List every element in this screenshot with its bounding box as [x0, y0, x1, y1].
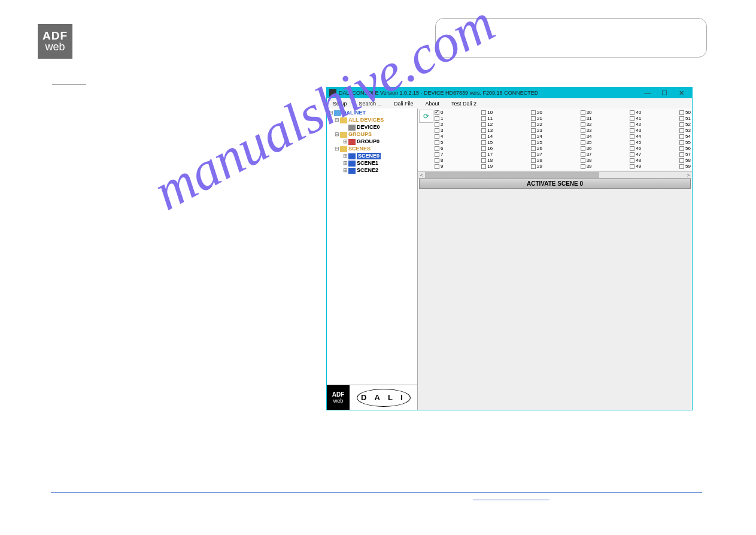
checkbox-5[interactable]	[435, 140, 439, 145]
minimize-button[interactable]: —	[639, 89, 656, 97]
checkbox-43[interactable]	[630, 128, 634, 133]
checkbox-13[interactable]	[481, 128, 486, 133]
checkbox-42[interactable]	[630, 122, 634, 127]
checkbox-item-5[interactable]: 5	[435, 140, 443, 146]
checkbox-12[interactable]	[481, 122, 486, 127]
checkbox-item-55[interactable]: 55	[679, 140, 691, 146]
checkbox-item-30[interactable]: 30	[581, 110, 592, 116]
checkbox-item-28[interactable]: 28	[531, 158, 542, 164]
checkbox-50[interactable]	[679, 110, 684, 115]
checkbox-item-31[interactable]: 31	[581, 116, 592, 122]
checkbox-53[interactable]	[679, 128, 684, 133]
checkbox-item-44[interactable]: 44	[630, 134, 641, 140]
checkbox-27[interactable]	[531, 152, 536, 157]
checkbox-10[interactable]	[481, 110, 486, 115]
checkbox-44[interactable]	[630, 134, 634, 139]
checkbox-item-21[interactable]: 21	[531, 116, 542, 122]
checkbox-item-48[interactable]: 48	[630, 158, 641, 164]
checkbox-item-25[interactable]: 25	[531, 140, 542, 146]
checkbox-item-26[interactable]: 26	[531, 146, 542, 152]
checkbox-item-35[interactable]: 35	[581, 140, 592, 146]
checkbox-item-33[interactable]: 33	[581, 128, 592, 134]
checkbox-item-51[interactable]: 51	[679, 116, 691, 122]
checkbox-37[interactable]	[581, 152, 585, 157]
checkbox-33[interactable]	[581, 128, 585, 133]
maximize-button[interactable]: ☐	[656, 89, 673, 97]
checkbox-1[interactable]	[435, 116, 439, 121]
checkbox-59[interactable]	[679, 164, 684, 169]
checkbox-14[interactable]	[481, 134, 486, 139]
checkbox-0[interactable]	[435, 110, 439, 115]
checkbox-48[interactable]	[630, 158, 634, 163]
tree-all-devices[interactable]: ⊟ ALL DEVICES	[328, 117, 416, 124]
checkbox-41[interactable]	[630, 116, 634, 121]
checkbox-17[interactable]	[481, 152, 486, 157]
checkbox-56[interactable]	[679, 146, 684, 151]
menu-search[interactable]: Search ...	[353, 101, 388, 107]
checkbox-item-10[interactable]: 10	[481, 110, 493, 116]
checkbox-item-3[interactable]: 3	[435, 128, 443, 134]
checkbox-item-57[interactable]: 57	[679, 152, 691, 158]
checkbox-item-56[interactable]: 56	[679, 146, 691, 152]
checkbox-item-2[interactable]: 2	[435, 122, 443, 128]
checkbox-item-4[interactable]: 4	[435, 134, 443, 140]
checkbox-45[interactable]	[630, 140, 634, 145]
checkbox-24[interactable]	[531, 134, 536, 139]
checkbox-30[interactable]	[581, 110, 585, 115]
checkbox-item-53[interactable]: 53	[679, 128, 691, 134]
checkbox-49[interactable]	[630, 164, 634, 169]
checkbox-39[interactable]	[581, 164, 585, 169]
checkbox-54[interactable]	[679, 134, 684, 139]
checkbox-32[interactable]	[581, 122, 585, 127]
checkbox-40[interactable]	[630, 110, 634, 115]
checkbox-item-32[interactable]: 32	[581, 122, 592, 128]
checkbox-2[interactable]	[435, 122, 439, 127]
checkbox-35[interactable]	[581, 140, 585, 145]
checkbox-item-1[interactable]: 1	[435, 116, 443, 122]
horizontal-scrollbar[interactable]: < >	[418, 171, 692, 179]
checkbox-36[interactable]	[581, 146, 585, 151]
checkbox-7[interactable]	[435, 152, 439, 157]
checkbox-item-20[interactable]: 20	[531, 110, 542, 116]
tree-group0[interactable]: ⊞ GROUP0	[328, 138, 416, 146]
checkbox-item-49[interactable]: 49	[630, 164, 641, 170]
checkbox-item-38[interactable]: 38	[581, 158, 592, 164]
checkbox-item-23[interactable]: 23	[531, 128, 542, 134]
checkbox-item-11[interactable]: 11	[481, 116, 493, 122]
checkbox-item-50[interactable]: 50	[679, 110, 691, 116]
checkbox-item-45[interactable]: 45	[630, 140, 641, 146]
checkbox-21[interactable]	[531, 116, 536, 121]
checkbox-34[interactable]	[581, 134, 585, 139]
refresh-button[interactable]: ⟳	[419, 110, 433, 123]
checkbox-9[interactable]	[435, 164, 439, 169]
checkbox-28[interactable]	[531, 158, 536, 163]
activate-scene-button[interactable]: ACTIVATE SCENE 0	[419, 179, 691, 189]
checkbox-item-6[interactable]: 6	[435, 146, 443, 152]
checkbox-51[interactable]	[679, 116, 684, 121]
checkbox-item-34[interactable]: 34	[581, 134, 592, 140]
checkbox-item-27[interactable]: 27	[531, 152, 542, 158]
checkbox-item-47[interactable]: 47	[630, 152, 641, 158]
checkbox-19[interactable]	[481, 164, 486, 169]
checkbox-8[interactable]	[435, 158, 439, 163]
checkbox-item-14[interactable]: 14	[481, 134, 493, 140]
tree-scene2[interactable]: ⊞ SCENE2	[328, 167, 416, 174]
tree-groups[interactable]: ⊟ GROUPS	[328, 131, 416, 138]
checkbox-item-17[interactable]: 17	[481, 152, 493, 158]
checkbox-6[interactable]	[435, 146, 439, 151]
checkbox-item-52[interactable]: 52	[679, 122, 691, 128]
checkbox-item-13[interactable]: 13	[481, 128, 493, 134]
tree-scene1[interactable]: ⊞ SCENE1	[328, 160, 416, 167]
checkbox-item-0[interactable]: 0	[435, 110, 443, 116]
tree-scenes[interactable]: ⊟ SCENES	[328, 146, 416, 153]
checkbox-item-7[interactable]: 7	[435, 152, 443, 158]
menu-dalifile[interactable]: Dali File	[388, 101, 420, 107]
checkbox-16[interactable]	[481, 146, 486, 151]
checkbox-item-58[interactable]: 58	[679, 158, 691, 164]
scroll-thumb[interactable]	[425, 172, 599, 178]
checkbox-item-54[interactable]: 54	[679, 134, 691, 140]
menu-setup[interactable]: Setup	[327, 101, 353, 107]
tree-root[interactable]: ⊟ DALINET	[328, 110, 416, 117]
checkbox-55[interactable]	[679, 140, 684, 145]
checkbox-item-42[interactable]: 42	[630, 122, 641, 128]
